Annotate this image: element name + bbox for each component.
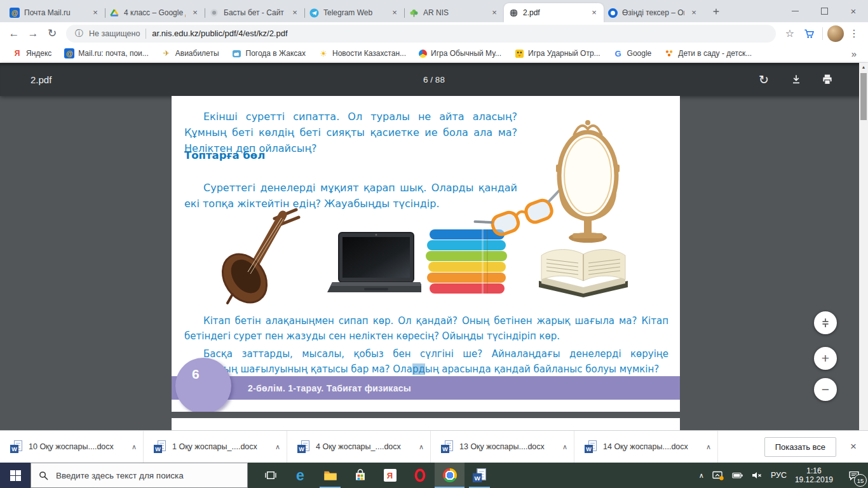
mailru-favicon: @: [10, 8, 20, 18]
minimize-button[interactable]: [780, 0, 810, 22]
forward-button[interactable]: →: [24, 25, 42, 43]
volume-muted-tray-icon[interactable]: [752, 471, 763, 480]
tab-close-icon[interactable]: ×: [589, 8, 599, 18]
download-item[interactable]: W 13 Оқу жоспары....docx ∧: [431, 431, 574, 463]
test-site-favicon: [608, 8, 618, 18]
browser-menu-icon[interactable]: ⋮: [845, 25, 863, 43]
bookmark-yandex[interactable]: Я Яндекс: [8, 46, 56, 60]
bookmark-label: Google: [627, 49, 652, 58]
tab-close-icon[interactable]: ×: [390, 8, 400, 18]
taskbar-store[interactable]: [345, 463, 375, 488]
close-window-button[interactable]: ×: [839, 0, 868, 22]
cart-extension-icon[interactable]: [800, 25, 818, 43]
taskbar-edge[interactable]: e: [285, 463, 315, 488]
tab-mailru[interactable]: @ Почта Mail.ru ×: [5, 3, 105, 22]
chrome-icon: [443, 468, 457, 482]
download-menu-icon[interactable]: ∧: [706, 443, 711, 451]
scroll-up-arrow[interactable]: ▲: [859, 63, 868, 72]
paragraph-text: ың арасында қандай байланыс болуы мүмкін…: [425, 363, 659, 375]
tab-close-icon[interactable]: ×: [489, 8, 499, 18]
arnis-favicon: [409, 8, 419, 18]
url-text: ar.nis.edu.kz/public/pdf/4/est/kz/2.pdf: [152, 29, 287, 38]
globe-favicon: [508, 8, 519, 18]
next-page-edge: [172, 418, 680, 430]
show-all-downloads-button[interactable]: Показать все: [764, 437, 836, 457]
action-center-button[interactable]: 15: [841, 463, 867, 488]
battery-tray-icon[interactable]: [732, 471, 743, 480]
taskbar-word[interactable]: W: [465, 463, 494, 488]
tab-title: 2.pdf: [523, 8, 585, 17]
download-menu-icon[interactable]: ∧: [419, 443, 424, 451]
taskbar-yandex-browser[interactable]: Я: [375, 463, 405, 488]
taskbar-opera[interactable]: [405, 463, 435, 488]
address-divider: [146, 29, 146, 39]
download-item[interactable]: W 4 Оқу жоспары_....docx ∧: [287, 431, 431, 463]
bookmark-star-icon[interactable]: ☆: [781, 25, 799, 43]
reload-button[interactable]: ↻: [43, 25, 61, 43]
plus-icon: +: [822, 351, 829, 366]
tab-title: 4 класс – Google Д: [124, 8, 186, 17]
tab-test[interactable]: Өзіңді тексер – Оқ ×: [604, 3, 703, 22]
close-downloads-bar-icon[interactable]: ×: [850, 440, 857, 453]
start-button[interactable]: [0, 463, 31, 488]
tab-close-icon[interactable]: ×: [90, 8, 100, 18]
google-icon: G: [613, 48, 623, 58]
bookmark-kids[interactable]: Дети в саду - детск...: [660, 46, 756, 60]
fit-page-button[interactable]: [814, 311, 837, 334]
info-icon[interactable]: ⓘ: [75, 28, 83, 39]
download-menu-icon[interactable]: ∧: [562, 443, 567, 451]
taskbar-clock[interactable]: 1:16 19.12.2019: [795, 466, 833, 484]
profile-avatar[interactable]: [827, 25, 844, 42]
word-doc-icon: W: [585, 440, 597, 453]
taskbar-chrome[interactable]: [435, 463, 465, 488]
task-view-button[interactable]: [255, 463, 285, 488]
new-tab-button[interactable]: [707, 3, 725, 20]
restore-button[interactable]: [810, 0, 839, 22]
zoom-in-button[interactable]: +: [814, 347, 837, 370]
download-filename: 1 Оқу жоспары_....docx: [172, 442, 269, 451]
search-input[interactable]: [55, 470, 232, 481]
taskbar-apps: e Я W: [255, 463, 494, 488]
minus-icon: −: [822, 382, 829, 397]
bookmark-avia[interactable]: ✈ Авиабилеты: [157, 46, 224, 60]
bookmark-game2[interactable]: Игра Ударный Отр...: [510, 46, 605, 60]
tab-telegram[interactable]: Telegram Web ×: [304, 3, 404, 22]
restore-icon: [821, 8, 828, 15]
tab-google-drive[interactable]: 4 класс – Google Д ×: [105, 3, 205, 22]
rotate-icon[interactable]: ↻: [755, 71, 773, 88]
browser-window: @ Почта Mail.ru × 4 класс – Google Д × Б…: [0, 0, 868, 488]
tab-close-icon[interactable]: ×: [190, 8, 200, 18]
bookmark-weather[interactable]: Погода в Жаксах: [227, 46, 311, 60]
download-menu-icon[interactable]: ∧: [275, 443, 280, 451]
vertical-scrollbar[interactable]: ▲: [859, 63, 868, 430]
bookmark-google[interactable]: G Google: [609, 46, 656, 60]
download-menu-icon[interactable]: ∧: [132, 443, 137, 451]
screen-share-tray-icon[interactable]: [712, 471, 724, 480]
taskbar-explorer[interactable]: [315, 463, 345, 488]
scrollbar-thumb[interactable]: [860, 73, 867, 120]
tab-close-icon[interactable]: ×: [290, 8, 300, 18]
bookmark-news[interactable]: ☀ Новости Казахстан...: [314, 46, 410, 60]
address-bar[interactable]: ⓘ Не защищено ar.nis.edu.kz/public/pdf/4…: [66, 25, 776, 43]
taskbar-search[interactable]: [31, 463, 248, 488]
bookmarks-overflow-icon[interactable]: »: [848, 48, 860, 59]
toolbar-divider: [822, 27, 823, 40]
download-icon[interactable]: [787, 71, 805, 88]
download-item[interactable]: W 14 Оқу жоспары....docx ∧: [574, 431, 718, 463]
download-item[interactable]: W 10 Оқу жоспары....docx ∧: [0, 431, 144, 463]
language-indicator[interactable]: РУС: [771, 471, 787, 480]
bookmark-mailru[interactable]: @ Mail.ru: почта, пои...: [60, 46, 153, 60]
tab-site[interactable]: Басты бет - Сайт Н ×: [205, 3, 304, 22]
download-item[interactable]: W 1 Оқу жоспары_....docx ∧: [144, 431, 287, 463]
tab-pdf-active[interactable]: 2.pdf ×: [504, 3, 604, 22]
tab-close-icon[interactable]: ×: [689, 8, 699, 18]
bookmark-game1[interactable]: Игра Обычный Му...: [414, 47, 506, 60]
word-doc-icon: W: [441, 440, 454, 453]
kobyz-instrument-image: [216, 205, 311, 307]
tray-overflow-chevron[interactable]: ∧: [699, 471, 704, 480]
zoom-out-button[interactable]: −: [814, 378, 837, 401]
opera-icon: [413, 468, 427, 482]
tab-arnis[interactable]: AR NIS ×: [404, 3, 504, 22]
back-button[interactable]: ←: [5, 25, 23, 43]
print-icon[interactable]: [818, 71, 836, 88]
